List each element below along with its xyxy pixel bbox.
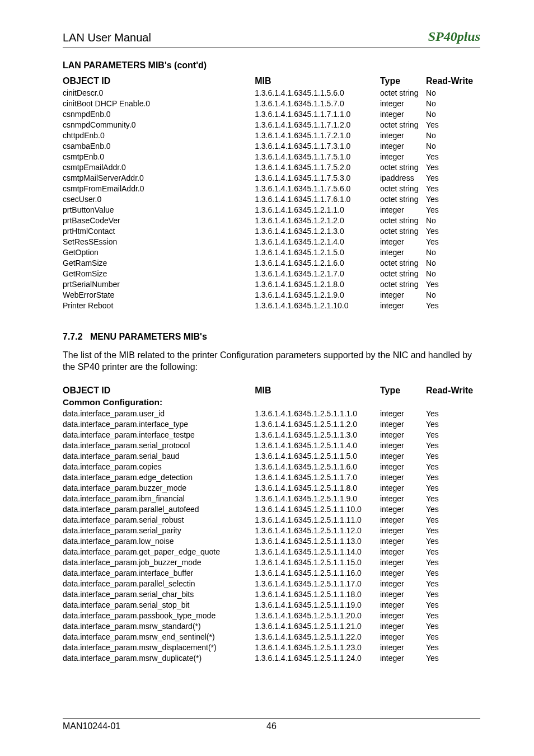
table-row: data.interface_param.interface_buffer1.3… bbox=[63, 568, 480, 579]
cell-type: integer bbox=[380, 589, 426, 600]
cell-obj: data.interface_param.copies bbox=[63, 462, 255, 472]
cell-obj: csmtpFromEmailAddr.0 bbox=[63, 183, 255, 194]
cell-type: integer bbox=[380, 151, 426, 162]
table-row: GetRomSize1.3.6.1.4.1.6345.1.2.1.7.0octe… bbox=[63, 268, 480, 279]
table-row: data.interface_param.edge_detection1.3.6… bbox=[63, 472, 480, 483]
table-row: prtBaseCodeVer1.3.6.1.4.1.6345.1.2.1.2.0… bbox=[63, 215, 480, 226]
cell-rw: Yes bbox=[426, 226, 480, 236]
cell-obj: cinitBoot DHCP Enable.0 bbox=[63, 98, 255, 109]
cell-type: integer bbox=[380, 109, 426, 119]
col-type: Type bbox=[380, 75, 426, 87]
table-row: csmtpEmailAddr.01.3.6.1.4.1.6345.1.1.7.5… bbox=[63, 162, 480, 172]
cell-mib: 1.3.6.1.4.1.6345.1.2.5.1.1.2.0 bbox=[255, 419, 380, 430]
table-row: data.interface_param.serial_protocol1.3.… bbox=[63, 440, 480, 451]
cell-obj: chttpdEnb.0 bbox=[63, 130, 255, 140]
table-row: data.interface_param.buzzer_mode1.3.6.1.… bbox=[63, 483, 480, 494]
cell-type: octet string bbox=[380, 194, 426, 204]
table-row: csnmpdCommunity.01.3.6.1.4.1.6345.1.1.7.… bbox=[63, 119, 480, 130]
cell-rw: No bbox=[426, 130, 480, 140]
cell-rw: Yes bbox=[426, 494, 480, 504]
section2-title: MENU PARAMETERS MIB's bbox=[90, 332, 207, 341]
table-row: GetOption1.3.6.1.4.1.6345.1.2.1.5.0integ… bbox=[63, 247, 480, 257]
cell-rw: Yes bbox=[426, 119, 480, 130]
cell-type: integer bbox=[380, 300, 426, 311]
cell-rw: Yes bbox=[426, 536, 480, 547]
cell-rw: No bbox=[426, 215, 480, 226]
table-row: prtSerialNumber1.3.6.1.4.1.6345.1.2.1.8.… bbox=[63, 279, 480, 289]
cell-type: integer bbox=[380, 653, 426, 664]
table-row: data.interface_param.msrw_end_sentinel(*… bbox=[63, 632, 480, 642]
table-row: GetRamSize1.3.6.1.4.1.6345.1.2.1.6.0octe… bbox=[63, 257, 480, 268]
common-config-subhead: Common Configuration: bbox=[63, 397, 480, 408]
cell-mib: 1.3.6.1.4.1.6345.1.2.1.8.0 bbox=[255, 279, 380, 289]
cell-obj: data.interface_param.ibm_financial bbox=[63, 494, 255, 504]
cell-obj: data.interface_param.msrw_duplicate(*) bbox=[63, 653, 255, 664]
cell-obj: GetOption bbox=[63, 247, 255, 257]
section2-number: 7.7.2 bbox=[63, 332, 83, 341]
cell-rw: No bbox=[426, 109, 480, 119]
cell-obj: data.interface_param.msrw_standard(*) bbox=[63, 621, 255, 632]
cell-mib: 1.3.6.1.4.1.6345.1.2.1.4.0 bbox=[255, 236, 380, 247]
cell-obj: csnmpdEnb.0 bbox=[63, 109, 255, 119]
cell-obj: data.interface_param.edge_detection bbox=[63, 472, 255, 483]
cell-obj: prtBaseCodeVer bbox=[63, 215, 255, 226]
cell-mib: 1.3.6.1.4.1.6345.1.2.1.10.0 bbox=[255, 300, 380, 311]
table-row: csmtpMailServerAddr.01.3.6.1.4.1.6345.1.… bbox=[63, 172, 480, 183]
cell-type: integer bbox=[380, 130, 426, 140]
cell-mib: 1.3.6.1.4.1.6345.1.1.7.5.1.0 bbox=[255, 151, 380, 162]
cell-rw: Yes bbox=[426, 600, 480, 611]
table-row: data.interface_param.job_buzzer_mode1.3.… bbox=[63, 557, 480, 568]
col-mib: MIB bbox=[255, 75, 380, 87]
common-config-label: Common Configuration: bbox=[63, 397, 480, 408]
cell-obj: cinitDescr.0 bbox=[63, 87, 255, 98]
cell-type: octet string bbox=[380, 162, 426, 172]
cell-rw: Yes bbox=[426, 472, 480, 483]
table-row: csmtpFromEmailAddr.01.3.6.1.4.1.6345.1.1… bbox=[63, 183, 480, 194]
table-row: data.interface_param.serial_parity1.3.6.… bbox=[63, 525, 480, 536]
cell-rw: Yes bbox=[426, 204, 480, 215]
cell-type: octet string bbox=[380, 119, 426, 130]
cell-mib: 1.3.6.1.4.1.6345.1.2.1.1.0 bbox=[255, 204, 380, 215]
col-mib: MIB bbox=[255, 384, 380, 397]
cell-rw: Yes bbox=[426, 236, 480, 247]
cell-mib: 1.3.6.1.4.1.6345.1.2.5.1.1.5.0 bbox=[255, 451, 380, 462]
cell-mib: 1.3.6.1.4.1.6345.1.2.5.1.1.3.0 bbox=[255, 430, 380, 440]
table-row: data.interface_param.ibm_financial1.3.6.… bbox=[63, 494, 480, 504]
cell-type: integer bbox=[380, 525, 426, 536]
cell-type: integer bbox=[380, 440, 426, 451]
cell-obj: GetRomSize bbox=[63, 268, 255, 279]
cell-type: octet string bbox=[380, 87, 426, 98]
table-header-row: OBJECT ID MIB Type Read-Write bbox=[63, 75, 480, 87]
cell-mib: 1.3.6.1.4.1.6345.1.2.1.3.0 bbox=[255, 226, 380, 236]
cell-rw: Yes bbox=[426, 642, 480, 653]
table-row: data.interface_param.msrw_displacement(*… bbox=[63, 642, 480, 653]
cell-type: integer bbox=[380, 451, 426, 462]
cell-obj: csambaEnb.0 bbox=[63, 140, 255, 151]
cell-mib: 1.3.6.1.4.1.6345.1.2.5.1.1.4.0 bbox=[255, 440, 380, 451]
table-row: prtButtonValue1.3.6.1.4.1.6345.1.2.1.1.0… bbox=[63, 204, 480, 215]
table-row: data.interface_param.copies1.3.6.1.4.1.6… bbox=[63, 462, 480, 472]
table-row: data.interface_param.serial_robust1.3.6.… bbox=[63, 515, 480, 525]
table-row: data.interface_param.get_paper_edge_quot… bbox=[63, 547, 480, 557]
cell-obj: csmtpMailServerAddr.0 bbox=[63, 172, 255, 183]
col-rw: Read-Write bbox=[426, 75, 480, 87]
cell-rw: Yes bbox=[426, 557, 480, 568]
cell-type: integer bbox=[380, 494, 426, 504]
col-object-id: OBJECT ID bbox=[63, 384, 255, 397]
cell-type: integer bbox=[380, 621, 426, 632]
cell-obj: data.interface_param.interface_testpe bbox=[63, 430, 255, 440]
cell-rw: No bbox=[426, 98, 480, 109]
cell-obj: data.interface_param.buzzer_mode bbox=[63, 483, 255, 494]
cell-rw: Yes bbox=[426, 419, 480, 430]
cell-type: integer bbox=[380, 632, 426, 642]
cell-obj: csmtpEnb.0 bbox=[63, 151, 255, 162]
cell-type: octet string bbox=[380, 183, 426, 194]
cell-type: octet string bbox=[380, 226, 426, 236]
cell-mib: 1.3.6.1.4.1.6345.1.2.5.1.1.10.0 bbox=[255, 504, 380, 515]
cell-mib: 1.3.6.1.4.1.6345.1.1.7.5.6.0 bbox=[255, 183, 380, 194]
cell-type: integer bbox=[380, 611, 426, 621]
cell-rw: No bbox=[426, 268, 480, 279]
cell-rw: Yes bbox=[426, 408, 480, 419]
cell-obj: data.interface_param.parallel_autofeed bbox=[63, 504, 255, 515]
cell-mib: 1.3.6.1.4.1.6345.1.1.7.1.1.0 bbox=[255, 109, 380, 119]
